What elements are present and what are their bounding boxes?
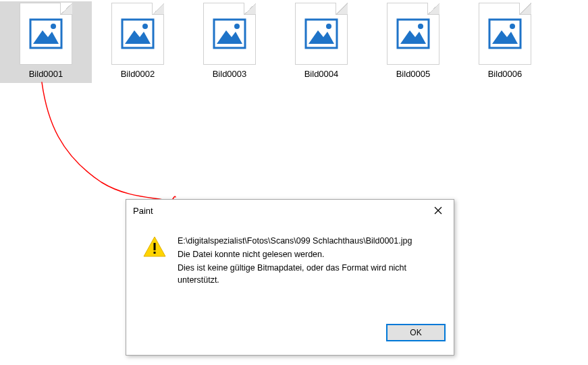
image-file-icon bbox=[479, 3, 531, 65]
svg-point-17 bbox=[510, 24, 515, 29]
svg-point-5 bbox=[142, 24, 148, 29]
file-label: Bild0001 bbox=[29, 69, 63, 79]
warning-icon bbox=[142, 235, 167, 261]
svg-rect-22 bbox=[154, 252, 156, 254]
svg-marker-10 bbox=[309, 30, 334, 44]
svg-rect-21 bbox=[154, 243, 156, 250]
dialog-titlebar[interactable]: Paint bbox=[126, 200, 454, 221]
file-item[interactable]: Bild0004 bbox=[275, 1, 367, 83]
svg-point-8 bbox=[234, 24, 240, 29]
close-icon bbox=[434, 206, 442, 215]
svg-point-2 bbox=[51, 24, 56, 29]
file-item[interactable]: Bild0003 bbox=[184, 1, 275, 83]
file-label: Bild0004 bbox=[304, 69, 339, 79]
image-file-icon bbox=[20, 3, 72, 65]
message-line: Die Datei konnte nicht gelesen werden. bbox=[178, 248, 440, 261]
ok-button[interactable]: OK bbox=[386, 324, 446, 341]
file-label: Bild0003 bbox=[213, 69, 247, 79]
svg-marker-1 bbox=[33, 30, 59, 44]
image-file-icon bbox=[111, 3, 164, 65]
file-item[interactable]: Bild0005 bbox=[367, 1, 459, 83]
svg-marker-16 bbox=[492, 30, 518, 44]
file-label: Bild0002 bbox=[121, 69, 155, 79]
file-list: Bild0001 Bild0002 Bild0003 bbox=[0, 0, 588, 83]
svg-point-11 bbox=[326, 24, 331, 29]
file-item[interactable]: Bild0006 bbox=[459, 1, 551, 83]
svg-marker-13 bbox=[400, 30, 426, 44]
file-item[interactable]: Bild0001 bbox=[0, 1, 92, 83]
image-file-icon bbox=[203, 3, 256, 65]
svg-marker-7 bbox=[217, 30, 242, 44]
dialog-message: E:\digitalspezialist\Fotos\Scans\099 Sch… bbox=[178, 235, 440, 287]
svg-point-14 bbox=[418, 24, 423, 29]
message-line: Dies ist keine gültige Bitmapdatei, oder… bbox=[178, 262, 440, 287]
dialog-title: Paint bbox=[133, 206, 153, 216]
svg-marker-4 bbox=[125, 30, 151, 44]
file-label: Bild0005 bbox=[396, 69, 431, 79]
file-item[interactable]: Bild0002 bbox=[92, 1, 184, 83]
close-button[interactable] bbox=[423, 200, 454, 221]
annotation-arrow bbox=[41, 81, 216, 216]
image-file-icon bbox=[295, 3, 348, 65]
image-file-icon bbox=[387, 3, 439, 65]
error-dialog: Paint E:\digitalspezialist\Fotos\Scans\0… bbox=[126, 199, 454, 356]
dialog-footer: OK bbox=[126, 324, 454, 355]
file-label: Bild0006 bbox=[488, 69, 523, 79]
message-path: E:\digitalspezialist\Fotos\Scans\099 Sch… bbox=[178, 235, 440, 248]
dialog-body: E:\digitalspezialist\Fotos\Scans\099 Sch… bbox=[126, 221, 454, 324]
